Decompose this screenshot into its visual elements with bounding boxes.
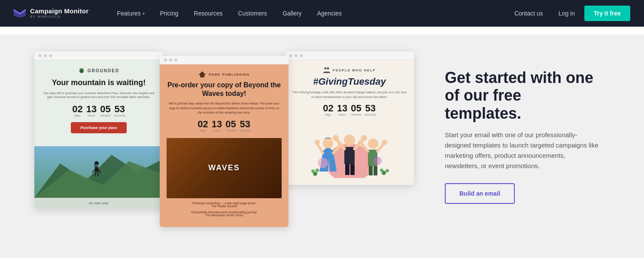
card3-body: PEOPLE WHO HELP #GivingTuesday This #Giv… xyxy=(285,60,414,185)
nav-links: Features ▾ Pricing Resources Customers G… xyxy=(109,0,508,27)
card2-logo-area: PARK PUBLISHING xyxy=(167,71,282,77)
days-unit: 02 days xyxy=(72,104,82,117)
leaf-icon xyxy=(78,67,85,74)
logo-icon xyxy=(14,9,26,18)
card1-brand: GROUNDED xyxy=(88,68,119,73)
card2-subtitle: We're just two days away from the Beyond… xyxy=(167,101,282,115)
card1-body: GROUNDED Your mountain is waiting! Two d… xyxy=(34,60,163,146)
svg-rect-20 xyxy=(344,147,355,164)
browser-bar-2 xyxy=(160,56,289,64)
hours-unit: 13 hours xyxy=(86,104,97,117)
svg-line-15 xyxy=(317,144,323,153)
card2-review: Positively compelling — a late-night pag… xyxy=(167,198,282,220)
template-card-giving[interactable]: PEOPLE WHO HELP #GivingTuesday This #Giv… xyxy=(285,52,414,185)
card2-title: Pre-order your copy of Beyond the Waves … xyxy=(167,81,282,98)
card2-book-image: WAVES xyxy=(167,138,282,198)
hero-heading: Get started with one of our free templat… xyxy=(445,69,599,122)
minutes-unit: 05 minutes xyxy=(351,104,361,116)
logo-sub-text: BY MARIGOLD xyxy=(30,15,88,19)
main-section: GROUNDED Your mountain is waiting! Two d… xyxy=(0,34,644,258)
browser-dot xyxy=(39,54,42,57)
build-email-button[interactable]: Build an email xyxy=(445,183,515,204)
browser-bar-3 xyxy=(285,52,414,60)
browser-dot xyxy=(164,58,167,61)
seconds-unit: 53 seconds xyxy=(240,120,251,132)
nav-gallery[interactable]: Gallery xyxy=(275,0,309,27)
svg-point-16 xyxy=(315,140,320,145)
seconds-unit: 53 seconds xyxy=(365,104,376,116)
svg-point-36 xyxy=(311,169,315,173)
people-svg xyxy=(294,122,405,178)
svg-rect-26 xyxy=(350,164,355,175)
svg-rect-34 xyxy=(374,166,377,175)
nav-pricing[interactable]: Pricing xyxy=(152,0,186,27)
seconds-unit: 53 seconds xyxy=(114,104,125,117)
days-unit: 02 days xyxy=(197,120,208,132)
templates-container: GROUNDED Your mountain is waiting! Two d… xyxy=(34,52,414,227)
contact-link[interactable]: Contact us xyxy=(508,10,549,17)
card3-brand: PEOPLE WHO HELP xyxy=(333,68,376,72)
card1-title: Your mountain is waiting! xyxy=(41,78,156,88)
card2-body: PARK PUBLISHING Pre-order your copy of B… xyxy=(160,64,289,227)
card3-people-image xyxy=(292,122,407,178)
svg-point-22 xyxy=(333,135,339,141)
browser-dot xyxy=(169,58,172,61)
card1-countdown: 02 days 13 hours 05 minutes 53 seconds xyxy=(41,104,156,117)
right-content: Get started with one of our free templat… xyxy=(428,52,608,212)
svg-rect-10 xyxy=(94,164,98,167)
svg-point-32 xyxy=(382,140,387,145)
minutes-unit: 05 minutes xyxy=(100,104,111,117)
svg-point-40 xyxy=(380,169,383,172)
svg-point-30 xyxy=(358,140,363,145)
browser-dot xyxy=(289,54,292,57)
svg-point-27 xyxy=(368,138,378,149)
svg-rect-33 xyxy=(369,166,373,175)
chevron-down-icon: ▾ xyxy=(143,11,145,16)
login-link[interactable]: Log in xyxy=(553,10,581,17)
svg-point-11 xyxy=(324,68,326,70)
hero-description: Start your email with one of our profess… xyxy=(445,130,599,171)
minutes-unit: 05 minutes xyxy=(225,120,236,132)
nav-features[interactable]: Features ▾ xyxy=(109,0,152,27)
svg-point-14 xyxy=(323,138,333,149)
browser-dot xyxy=(295,54,298,57)
try-free-button[interactable]: Try it free xyxy=(584,6,630,21)
days-unit: 02 days xyxy=(323,104,333,116)
svg-line-31 xyxy=(377,144,384,151)
card1-mountain-image xyxy=(34,146,163,198)
card3-subtitle: This #GivingTuesday, unite with other de… xyxy=(292,90,407,99)
svg-point-12 xyxy=(327,68,329,70)
browser-dot xyxy=(49,54,52,57)
browser-dot xyxy=(300,54,303,57)
nav-resources[interactable]: Resources xyxy=(186,0,231,27)
white-bar xyxy=(0,27,644,34)
card1-purchase-btn[interactable]: Purchase your pass xyxy=(71,122,127,133)
logo[interactable]: Campaign Monitor BY MARIGOLD xyxy=(14,8,88,18)
svg-point-37 xyxy=(316,169,319,172)
park-icon xyxy=(198,71,206,77)
card1-footer: On sale now! xyxy=(34,198,163,209)
card1-subtitle: Two days left to purchase your Summer Ad… xyxy=(41,91,156,100)
hours-unit: 13 hours xyxy=(212,120,222,132)
svg-rect-25 xyxy=(345,164,349,175)
card3-countdown: 02 days 13 hours 05 minutes 53 seconds xyxy=(292,104,407,116)
people-icon xyxy=(323,67,330,73)
template-card-book[interactable]: PARK PUBLISHING Pre-order your copy of B… xyxy=(160,56,289,227)
card1-logo-area: GROUNDED xyxy=(41,67,156,74)
hours-unit: 13 hours xyxy=(337,104,347,116)
card3-logo-area: PEOPLE WHO HELP xyxy=(292,67,407,73)
nav-agencies[interactable]: Agencies xyxy=(309,0,349,27)
nav-customers[interactable]: Customers xyxy=(230,0,275,27)
browser-bar-1 xyxy=(34,52,163,60)
browser-dot xyxy=(44,54,47,57)
svg-point-42 xyxy=(373,157,382,165)
svg-point-19 xyxy=(344,135,355,146)
svg-point-41 xyxy=(318,158,328,168)
template-card-mountain[interactable]: GROUNDED Your mountain is waiting! Two d… xyxy=(34,52,163,209)
browser-dot xyxy=(174,58,177,61)
card2-brand: PARK PUBLISHING xyxy=(209,73,250,77)
main-nav: Campaign Monitor BY MARIGOLD Features ▾ … xyxy=(0,0,644,27)
svg-point-39 xyxy=(386,169,389,172)
logo-main-text: Campaign Monitor xyxy=(30,8,88,15)
book-title: WAVES xyxy=(208,163,240,172)
